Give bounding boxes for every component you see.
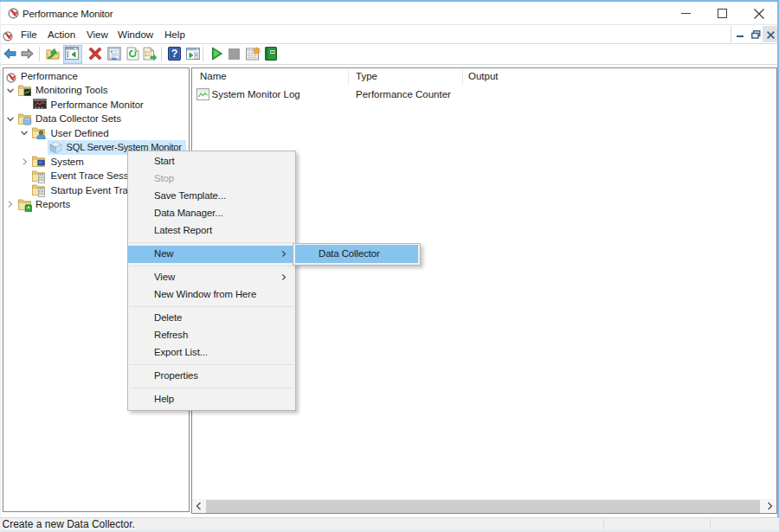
svg-text:?: ? [171, 48, 178, 60]
